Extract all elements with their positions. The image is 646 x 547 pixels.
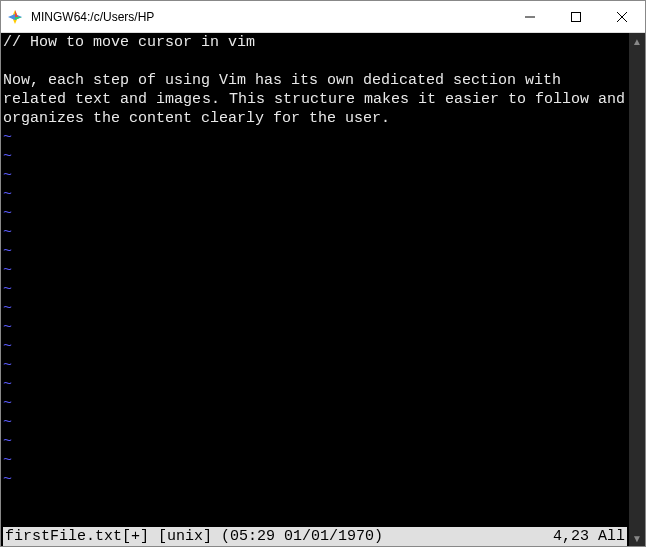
empty-line-marker: ~ [3,413,627,432]
scroll-down-icon[interactable]: ▼ [629,530,645,546]
terminal-area[interactable]: // How to move cursor in vim Now, each s… [1,33,629,546]
status-right: 4,23 All [553,527,625,546]
empty-line-marker: ~ [3,394,627,413]
empty-line-marker: ~ [3,242,627,261]
scroll-up-icon[interactable]: ▲ [629,33,645,49]
empty-line-marker: ~ [3,185,627,204]
empty-line-marker: ~ [3,470,627,489]
maximize-button[interactable] [553,1,599,33]
empty-line-marker: ~ [3,299,627,318]
window-title: MINGW64:/c/Users/HP [31,10,507,24]
empty-line-marker: ~ [3,451,627,470]
comment-line: // How to move cursor in vim [3,34,255,51]
scroll-track[interactable] [629,49,645,530]
empty-line-marker: ~ [3,223,627,242]
status-position: 4,23 [553,528,589,545]
svg-marker-2 [15,10,18,17]
terminal-wrapper: // How to move cursor in vim Now, each s… [1,33,645,546]
empty-line-marker: ~ [3,261,627,280]
svg-marker-3 [15,17,22,20]
titlebar[interactable]: MINGW64:/c/Users/HP [1,1,645,33]
editor-content[interactable]: // How to move cursor in vim Now, each s… [3,33,627,527]
empty-line-marker: ~ [3,204,627,223]
empty-line-marker: ~ [3,128,627,147]
vim-status-line: firstFile.txt[+] [unix] (05:29 01/01/197… [3,527,627,546]
status-filename: firstFile.txt [5,528,122,545]
scrollbar[interactable]: ▲ ▼ [629,33,645,546]
terminal-window: MINGW64:/c/Users/HP // How to move curso… [0,0,646,547]
empty-line-marker: ~ [3,166,627,185]
minimize-button[interactable] [507,1,553,33]
status-scroll: All [598,528,625,545]
empty-line-marker: ~ [3,280,627,299]
empty-line-marker: ~ [3,318,627,337]
empty-line-marker: ~ [3,356,627,375]
app-icon [7,9,23,25]
empty-line-marker: ~ [3,337,627,356]
empty-line-marker: ~ [3,375,627,394]
empty-line-marker: ~ [3,432,627,451]
status-format: [unix] [158,528,212,545]
window-controls [507,1,645,33]
empty-line-marker: ~ [3,147,627,166]
status-left: firstFile.txt[+] [unix] (05:29 01/01/197… [5,527,553,546]
status-timestamp: (05:29 01/01/1970) [221,528,383,545]
close-button[interactable] [599,1,645,33]
status-modified: [+] [122,528,149,545]
svg-rect-5 [572,12,581,21]
